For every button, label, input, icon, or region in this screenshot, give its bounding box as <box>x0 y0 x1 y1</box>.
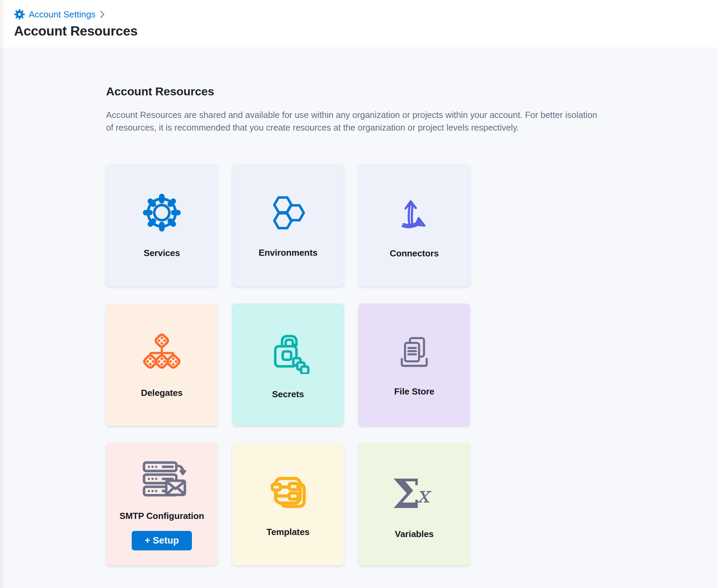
section-heading: Account Resources <box>106 85 717 98</box>
card-label: Environments <box>259 248 317 258</box>
card-setup-button[interactable]: + Setup <box>132 531 192 550</box>
environments-hexagons-icon <box>268 193 308 232</box>
card-label: Services <box>144 248 180 258</box>
services-gear-icon <box>142 192 182 233</box>
templates-flowchart-icon <box>268 471 308 512</box>
breadcrumb: Account Settings <box>14 8 703 21</box>
card-label: File Store <box>394 386 434 397</box>
breadcrumb-label: Account Settings <box>29 9 95 20</box>
file-store-documents-icon <box>395 333 433 371</box>
card-file-store[interactable]: File Store <box>358 304 470 426</box>
section-description: Account Resources are shared and availab… <box>106 109 601 134</box>
card-icon-slot <box>394 192 435 233</box>
card-templates[interactable]: Templates <box>232 443 344 565</box>
settings-gear-icon <box>14 9 25 20</box>
breadcrumb-account-settings-link[interactable]: Account Settings <box>14 9 95 20</box>
main-content: Account Resources Account Resources are … <box>0 48 717 565</box>
card-label: Connectors <box>390 248 439 259</box>
card-label: SMTP Configuration <box>119 511 204 521</box>
card-smtp[interactable]: SMTP Configuration + Setup <box>106 443 218 565</box>
card-icon-slot <box>268 471 308 512</box>
card-icon-slot <box>268 193 308 232</box>
delegates-tree-icon <box>141 332 182 373</box>
card-connectors[interactable]: Connectors <box>358 164 470 286</box>
card-label: Delegates <box>141 388 183 398</box>
page-header: Account Settings Account Resources <box>0 0 717 48</box>
card-secrets[interactable]: Secrets <box>232 304 344 426</box>
connectors-arrows-icon <box>394 192 435 233</box>
card-variables[interactable]: Σ x Variables <box>358 443 470 565</box>
chevron-right-icon <box>100 10 105 18</box>
card-icon-slot <box>141 332 182 373</box>
card-icon-slot: Σ x <box>389 469 440 514</box>
card-icon-slot <box>136 458 187 500</box>
variables-sigma-icon: Σ x <box>389 469 440 514</box>
page-title: Account Resources <box>14 24 703 39</box>
smtp-server-mail-icon <box>136 458 187 500</box>
resource-grid: Services Environments Connectors <box>106 164 717 565</box>
card-delegates[interactable]: Delegates <box>106 304 218 426</box>
card-icon-slot <box>395 333 433 371</box>
card-services[interactable]: Services <box>106 164 218 286</box>
card-label: Templates <box>266 527 310 537</box>
card-icon-slot <box>266 330 310 374</box>
card-label: Variables <box>395 529 433 539</box>
secrets-lock-icon <box>266 330 310 374</box>
card-icon-slot <box>142 192 182 233</box>
svg-text:x: x <box>417 482 431 507</box>
card-environments[interactable]: Environments <box>232 164 344 286</box>
svg-text:Σ: Σ <box>392 470 420 513</box>
card-label: Secrets <box>272 389 304 400</box>
